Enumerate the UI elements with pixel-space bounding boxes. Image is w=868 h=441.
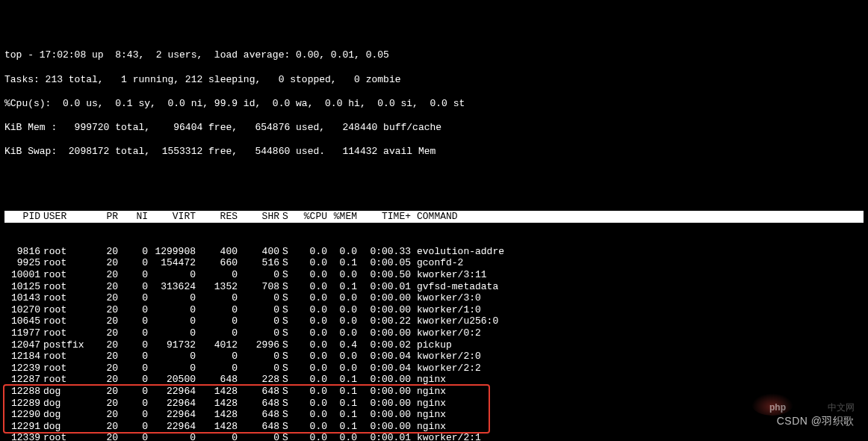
cell-shr: 0 [238,269,279,281]
cell-user: postfix [40,339,94,351]
cell-s: S [279,386,291,398]
col-shr: SHR [238,211,279,223]
cell-time: 0:00.00 [357,327,411,339]
cell-pr: 20 [94,315,118,327]
cell-time: 0:00.02 [357,339,411,351]
cell-virt: 22964 [148,421,196,433]
col-pr: PR [94,211,118,223]
cell-cmd: gvfsd-metadata [411,281,864,293]
cell-res: 0 [196,304,238,316]
cell-s: S [279,315,291,327]
cell-pid: 12291 [4,421,40,433]
cell-virt: 0 [148,432,196,441]
table-row: 12047postfix2009173240122996S0.00.40:00.… [4,339,864,351]
cell-virt: 22964 [148,386,196,398]
cell-user: root [40,363,94,374]
cell-shr: 0 [238,327,279,339]
cell-pr: 20 [94,269,118,281]
cell-ni: 0 [118,398,148,410]
col-s: S [279,211,291,223]
cell-user: dog [40,421,94,433]
cell-ni: 0 [118,257,148,269]
cell-user: root [40,246,94,258]
cell-virt: 20500 [148,374,196,386]
cell-res: 0 [196,315,238,327]
cell-s: S [279,363,291,374]
cell-shr: 0 [238,363,279,374]
table-row: 12289dog200229641428648S0.00.10:00.00ngi… [4,398,864,410]
cell-res: 0 [196,292,238,304]
cell-ni: 0 [118,421,148,433]
cell-cmd: kworker/u256:0 [411,315,864,327]
cell-pr: 20 [94,327,118,339]
cell-s: S [279,339,291,351]
col-res: RES [196,211,238,223]
table-row: 10125root2003136241352708S0.00.10:00.01g… [4,281,864,293]
cell-s: S [279,292,291,304]
cell-cpu: 0.0 [291,351,327,363]
cn-text: 中文网 [828,402,855,413]
cell-s: S [279,432,291,441]
cell-user: root [40,304,94,316]
cell-mem: 0.0 [327,304,357,316]
table-header: PID USER PR NI VIRT RES SHR S %CPU %MEM … [4,211,864,223]
table-row: 12339root200000S0.00.00:00.01kworker/2:1 [4,432,864,441]
cell-pr: 20 [94,292,118,304]
cell-s: S [279,304,291,316]
cell-time: 0:00.22 [357,315,411,327]
table-row: 12239root200000S0.00.00:00.04kworker/2:2 [4,363,864,374]
cell-cpu: 0.0 [291,292,327,304]
cell-pr: 20 [94,339,118,351]
col-cpu: %CPU [291,211,327,223]
cell-time: 0:00.33 [357,246,411,258]
cell-pr: 20 [94,246,118,258]
cell-cmd: pickup [411,339,864,351]
cell-virt: 0 [148,292,196,304]
cell-pid: 12339 [4,432,40,441]
cell-time: 0:00.00 [357,421,411,433]
cell-time: 0:00.00 [357,292,411,304]
cell-cpu: 0.0 [291,257,327,269]
cell-mem: 0.1 [327,386,357,398]
cell-user: root [40,327,94,339]
cell-pr: 20 [94,409,118,421]
cell-mem: 0.0 [327,246,357,258]
cell-pid: 9816 [4,246,40,258]
cell-ni: 0 [118,363,148,374]
cell-shr: 400 [238,246,279,258]
cell-s: S [279,398,291,410]
cell-time: 0:00.04 [357,363,411,374]
cell-shr: 648 [238,409,279,421]
table-row: 12288dog200229641428648S0.00.10:00.00ngi… [4,386,864,398]
cell-cpu: 0.0 [291,398,327,410]
cell-time: 0:00.04 [357,351,411,363]
cell-cpu: 0.0 [291,432,327,441]
cell-res: 1428 [196,421,238,433]
table-row: 10001root200000S0.00.00:00.50kworker/3:1… [4,269,864,281]
cell-user: root [40,281,94,293]
cell-ni: 0 [118,281,148,293]
cell-cmd: kworker/0:2 [411,327,864,339]
cell-user: root [40,351,94,363]
cell-cmd: nginx [411,374,864,386]
cell-s: S [279,281,291,293]
table-row: 9925root200154472660516S0.00.10:00.05gco… [4,257,864,269]
cell-pr: 20 [94,363,118,374]
php-logo-text: php [769,402,786,413]
cell-cmd: kworker/2:0 [411,351,864,363]
cell-virt: 0 [148,327,196,339]
cell-cmd: kworker/3:11 [411,269,864,281]
cell-pid: 10645 [4,315,40,327]
table-row: 10645root200000S0.00.00:00.22kworker/u25… [4,315,864,327]
table-row: 12184root200000S0.00.00:00.04kworker/2:0 [4,351,864,363]
top-summary-line1: top - 17:02:08 up 8:43, 2 users, load av… [4,49,864,61]
col-pid: PID [4,211,40,223]
cell-cpu: 0.0 [291,246,327,258]
col-time: TIME+ [357,211,411,223]
cell-cpu: 0.0 [291,386,327,398]
cell-mem: 0.0 [327,432,357,441]
cell-mem: 0.1 [327,281,357,293]
cell-shr: 648 [238,421,279,433]
cell-ni: 0 [118,351,148,363]
cell-time: 0:00.00 [357,386,411,398]
